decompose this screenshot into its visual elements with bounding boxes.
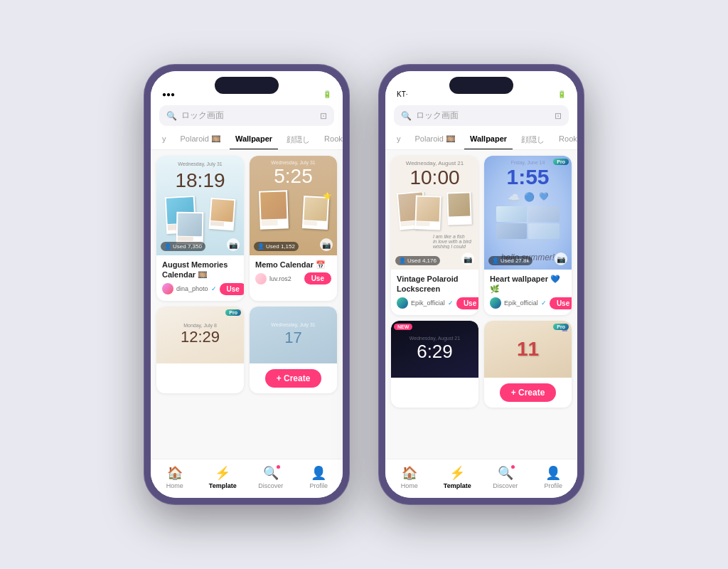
phones-container: ●●● 🔋 🔍 ロック画面 ⊡ y Polaroid 🎞️ Wallpaper … bbox=[144, 64, 584, 505]
search-placeholder-left: ロック画面 bbox=[181, 110, 224, 122]
card2-used: 👤Used 1,152 bbox=[254, 242, 299, 251]
card3-date: Monday, July 8 bbox=[183, 323, 217, 328]
search-placeholder-right: ロック画面 bbox=[416, 110, 459, 122]
card-dark-time: Wednesday, August 21 6:29 NEW bbox=[391, 321, 478, 408]
search-icon-right: 🔍 bbox=[401, 111, 412, 121]
card3-pro: Pro bbox=[225, 309, 241, 316]
rcard2-author: Epik_official bbox=[504, 299, 538, 307]
card2-time: 5:25 bbox=[274, 165, 313, 188]
search-bar-right[interactable]: 🔍 ロック画面 ⊡ bbox=[394, 105, 569, 126]
rcard1-info: Vintage Polaroid Lockscreen Epik_officia… bbox=[391, 270, 478, 315]
card1-author: dina_photo bbox=[176, 285, 208, 292]
nav-discover-right[interactable]: 🔍 Discover bbox=[488, 465, 523, 489]
card2-author: luv.ros2 bbox=[269, 275, 301, 282]
tabs-left: y Polaroid 🎞️ Wallpaper 顔隠し Rookie ∨ bbox=[151, 130, 343, 150]
bottom-nav-left: 🏠 Home ⚡ Template 🔍 Discover 👤 Profile bbox=[151, 459, 343, 498]
rcard4-pro: Pro bbox=[553, 324, 569, 330]
screen-right: KT· 🔋 🔍 ロック画面 ⊡ y Polaroid 🎞️ Wallpaper … bbox=[385, 71, 577, 498]
card-august-memories: Wednesday, July 31 18:19 bbox=[156, 156, 244, 301]
card3-time: 12:29 bbox=[181, 328, 220, 346]
signal-icon-right: KT· bbox=[397, 90, 408, 98]
card1-meta: dina_photo ✓ Use bbox=[162, 283, 238, 295]
card2-title: Memo Calendar 📅 bbox=[255, 260, 331, 270]
phone-left: ●●● 🔋 🔍 ロック画面 ⊡ y Polaroid 🎞️ Wallpaper … bbox=[144, 64, 350, 505]
create-button-right[interactable]: + Create bbox=[500, 383, 557, 402]
rcard1-use-button[interactable]: Use bbox=[456, 297, 478, 309]
nav-discover-label-right: Discover bbox=[493, 482, 518, 489]
search-icon-left: 🔍 bbox=[166, 111, 177, 121]
rcard3-new: NEW bbox=[394, 324, 412, 330]
tab-face-right[interactable]: 顔隠し bbox=[515, 130, 550, 149]
tab-wallpaper-right[interactable]: Wallpaper bbox=[464, 130, 513, 149]
rcard2-title: Heart wallpaper 💙🌿 bbox=[490, 274, 566, 294]
notch-left bbox=[215, 77, 279, 94]
tab-polaroid-left[interactable]: Polaroid 🎞️ bbox=[175, 130, 227, 149]
rcard1-verified: ✓ bbox=[448, 299, 454, 307]
discover-icon-right: 🔍 bbox=[498, 465, 513, 481]
phone-right: KT· 🔋 🔍 ロック画面 ⊡ y Polaroid 🎞️ Wallpaper … bbox=[378, 64, 584, 505]
rcard1-cam: 📷 bbox=[461, 252, 474, 265]
grid-right: Wednesday, August 21 10:00 bbox=[391, 156, 572, 408]
tab-wallpaper-left[interactable]: Wallpaper bbox=[230, 130, 278, 149]
card1-date: Wednesday, July 31 bbox=[178, 161, 222, 166]
rcard2-verified: ✓ bbox=[541, 299, 547, 307]
card1-used: 👤Used 7,350 bbox=[161, 242, 205, 251]
nav-discover-label-left: Discover bbox=[258, 482, 283, 489]
rcard1-meta: Epik_official ✓ Use bbox=[397, 297, 473, 309]
nav-template-right[interactable]: ⚡ Template bbox=[439, 465, 475, 489]
content-left: Wednesday, July 31 18:19 bbox=[151, 150, 343, 459]
card2-use-button[interactable]: Use bbox=[304, 272, 331, 284]
nav-home-left[interactable]: 🏠 Home bbox=[157, 465, 193, 489]
card-create-left: Wednesday, July 31 17 + Create bbox=[250, 307, 337, 393]
tab-y-right[interactable]: y bbox=[391, 130, 407, 149]
create-button-left[interactable]: + Create bbox=[265, 369, 322, 388]
expand-icon-right: ⊡ bbox=[555, 111, 562, 121]
rcard1-title: Vintage Polaroid Lockscreen bbox=[397, 274, 473, 294]
tab-y-left[interactable]: y bbox=[156, 130, 172, 149]
signal-icon: ●●● bbox=[162, 90, 175, 98]
card1-title: August Memories Calendar 🎞️ bbox=[162, 260, 238, 280]
nav-home-right[interactable]: 🏠 Home bbox=[392, 465, 427, 489]
rcard2-use-button[interactable]: Use bbox=[550, 297, 572, 309]
rcard2-date: Friday, June 14 bbox=[511, 160, 545, 165]
search-bar-left[interactable]: 🔍 ロック画面 ⊡ bbox=[159, 105, 334, 126]
tab-polaroid-right[interactable]: Polaroid 🎞️ bbox=[410, 130, 461, 149]
card2-meta: luv.ros2 Use bbox=[255, 272, 331, 284]
notch-right bbox=[449, 77, 513, 94]
rcard4-time: 11 bbox=[517, 338, 539, 361]
tab-rookie-right[interactable]: Rookie ∨ bbox=[553, 130, 577, 149]
card1-avatar bbox=[162, 283, 173, 294]
battery-icon-right: 🔋 bbox=[557, 90, 566, 98]
tab-face-left[interactable]: 顔隠し bbox=[281, 130, 316, 149]
card2-date: Wednesday, July 31 bbox=[271, 160, 315, 165]
nav-profile-right[interactable]: 👤 Profile bbox=[535, 465, 571, 489]
card2-avatar bbox=[255, 273, 267, 284]
card2-info: Memo Calendar 📅 luv.ros2 Use bbox=[250, 255, 337, 290]
card1-use-button[interactable]: Use bbox=[220, 283, 244, 295]
battery-icon: 🔋 bbox=[323, 90, 331, 98]
nav-template-left[interactable]: ⚡ Template bbox=[205, 465, 240, 489]
nav-profile-label-right: Profile bbox=[544, 482, 562, 489]
card2-cam: 📷 bbox=[320, 238, 333, 251]
card-vintage-polaroid: Wednesday, August 21 10:00 bbox=[391, 156, 478, 315]
nav-profile-left[interactable]: 👤 Profile bbox=[301, 465, 336, 489]
rcard2-meta: Epik_official ✓ Use bbox=[490, 297, 566, 309]
rcard1-avatar bbox=[397, 297, 408, 309]
template-icon-right: ⚡ bbox=[449, 465, 465, 481]
card1-time: 18:19 bbox=[175, 169, 225, 192]
discover-icon-left: 🔍 bbox=[263, 465, 279, 481]
tab-rookie-left[interactable]: Rookie ∨ bbox=[318, 130, 343, 149]
profile-icon-right: 👤 bbox=[545, 465, 561, 481]
rcard2-cam: 📷 bbox=[555, 252, 567, 265]
nav-discover-left[interactable]: 🔍 Discover bbox=[253, 465, 289, 489]
expand-icon-left: ⊡ bbox=[320, 111, 327, 121]
screen-left: ●●● 🔋 🔍 ロック画面 ⊡ y Polaroid 🎞️ Wallpaper … bbox=[151, 71, 343, 498]
nav-home-label-right: Home bbox=[401, 482, 418, 489]
rcard3-time: 6:29 bbox=[417, 341, 453, 363]
card-heart-wallpaper: Friday, June 14 1:55 ☁️ 🔵 💙 bbox=[484, 156, 572, 315]
rcard1-author: Epik_official bbox=[411, 299, 445, 307]
card-memo-calendar: Wednesday, July 31 5:25 bbox=[250, 156, 337, 301]
home-icon-right: 🏠 bbox=[402, 465, 417, 481]
rcard2-used: 👤Used 27.8k bbox=[488, 256, 532, 265]
tabs-right: y Polaroid 🎞️ Wallpaper 顔隠し Rookie ∨ bbox=[385, 130, 577, 150]
